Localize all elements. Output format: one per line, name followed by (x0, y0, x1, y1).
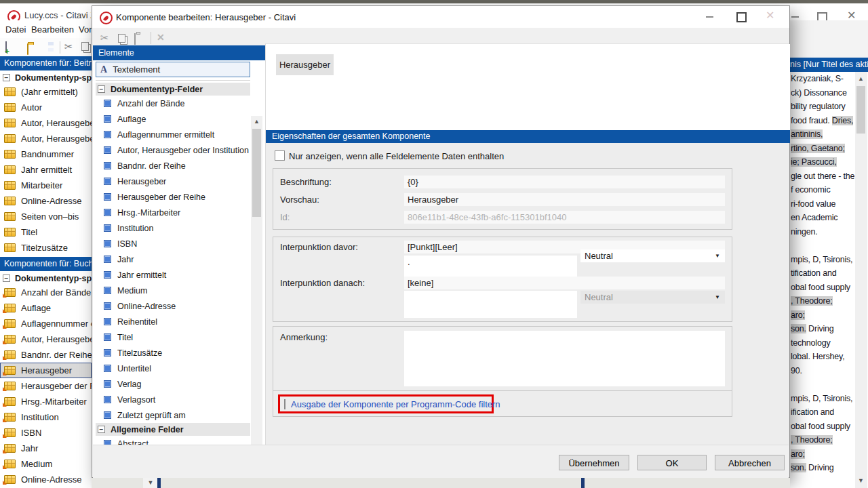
element-item[interactable]: Autor, Herausgeber oder Institution (96, 142, 250, 158)
scroll-thumb[interactable] (856, 86, 865, 134)
cut-icon[interactable]: ✂ (100, 33, 109, 43)
dialog-titlebar[interactable]: Komponente bearbeiten: Herausgeber - Cit… (92, 6, 789, 28)
element-item[interactable]: Herausgeber (96, 174, 250, 189)
sidebar-item[interactable]: Auflagennummer erm (0, 316, 92, 331)
element-item[interactable]: Jahr ermittelt (96, 267, 250, 283)
punct-after-field[interactable]: [keine] (404, 277, 725, 289)
open-folder-icon[interactable] (27, 43, 28, 55)
sidebar-item[interactable]: Bandnr. der Reihe (0, 347, 92, 363)
ok-button[interactable]: OK (637, 455, 707, 470)
element-item[interactable]: Jahr (96, 251, 250, 267)
sidebar-item[interactable]: Online-Adresse (0, 193, 92, 209)
sidebar-item[interactable]: Seiten von–bis (0, 209, 92, 224)
element-item[interactable]: Titel (96, 329, 250, 345)
copy-icon[interactable] (81, 42, 89, 51)
element-item[interactable]: Online-Adresse (96, 298, 250, 314)
sidebar-item[interactable]: Hrsg.-Mitarbeiter (0, 394, 92, 409)
show-only-checkbox[interactable] (275, 150, 285, 161)
anmerkung-textarea[interactable] (404, 331, 725, 386)
sidebar-item-label: Autor (21, 102, 42, 113)
element-item[interactable]: Institution (96, 220, 250, 236)
new-document-icon[interactable] (5, 41, 7, 53)
element-item[interactable]: Titelzusätze (96, 345, 250, 361)
punct-before-textarea[interactable]: . (404, 256, 577, 277)
element-group-header[interactable]: −Dokumententyp-Felder (96, 83, 250, 96)
sidebar-item[interactable]: Autor, Herausgeber o (0, 331, 92, 347)
delete-icon[interactable]: ✕ (157, 32, 165, 43)
scrollbar[interactable]: ▲ ▼ (855, 72, 867, 488)
component-chip[interactable]: Herausgeber (276, 54, 334, 75)
scroll-up-icon[interactable]: ▲ (855, 73, 867, 85)
paste-icon[interactable] (134, 33, 136, 45)
collapse-icon[interactable]: − (98, 85, 105, 93)
element-group-header[interactable]: −Allgemeine Felder (96, 423, 250, 436)
sidebar-item[interactable]: Titel (0, 224, 92, 240)
copy-icon[interactable] (118, 34, 125, 43)
punct-before-dropdown[interactable]: Neutral ▼ (580, 249, 725, 262)
element-item[interactable]: Hrsg.-Mitarbeiter (96, 205, 250, 220)
sidebar-group-row[interactable]: − Dokumententyp-sp (0, 71, 92, 84)
scroll-down-icon[interactable]: ▼ (143, 478, 158, 488)
collapse-icon[interactable]: − (3, 274, 10, 282)
element-item[interactable]: Auflagennummer ermittelt (96, 127, 250, 142)
sidebar-item-label: (Jahr ermittelt) (21, 87, 78, 97)
maximize-icon[interactable] (736, 12, 747, 22)
cut-icon[interactable]: ✂ (64, 41, 73, 52)
field-icon (104, 115, 111, 123)
close-icon[interactable]: ✕ (766, 10, 774, 21)
scroll-up-icon[interactable]: ▲ (251, 116, 262, 127)
punct-after-textarea[interactable] (404, 291, 577, 318)
sidebar-item[interactable]: Mitarbeiter (0, 178, 92, 193)
sidebar-item[interactable]: Anzahl der Bände (0, 285, 92, 300)
element-item[interactable]: Verlagsort (96, 392, 250, 407)
menu-datei[interactable]: Datei (5, 24, 26, 35)
sidebar-item-label: Online-Adresse (21, 196, 82, 206)
minimize-icon[interactable] (791, 16, 799, 18)
element-item[interactable]: Abstract (96, 436, 250, 445)
minimize-icon[interactable] (706, 16, 713, 18)
sidebar-item[interactable]: Jahr ermittelt (0, 162, 92, 178)
sidebar-item[interactable]: Institution (0, 409, 92, 425)
scrollbar[interactable]: ▲ ▼ (251, 116, 262, 488)
element-item[interactable]: Reihentitel (96, 314, 250, 329)
sidebar-item-selected[interactable]: Herausgeber (0, 363, 92, 378)
close-icon[interactable]: ✕ (847, 10, 856, 21)
sidebar-item[interactable]: (Jahr ermittelt) (0, 84, 92, 100)
sidebar-group-label: Dokumententyp-sp (15, 274, 92, 283)
cancel-button[interactable]: Abbrechen (715, 455, 785, 470)
scroll-down-icon[interactable]: ▼ (855, 475, 867, 487)
sidebar-item[interactable]: Auflage (0, 300, 92, 316)
sidebar-group-label: Dokumententyp-sp (15, 73, 92, 83)
element-item[interactable]: Zuletzt geprüft am (96, 407, 250, 423)
element-item[interactable]: Untertitel (96, 361, 250, 376)
beschriftung-field[interactable]: {0} (404, 176, 725, 188)
apply-button[interactable]: Übernehmen (559, 455, 629, 470)
sidebar-item[interactable]: Autor (0, 100, 92, 115)
element-item[interactable]: ISBN (96, 236, 250, 251)
chevron-down-icon: ▼ (715, 249, 720, 262)
menu-bearbeiten[interactable]: Bearbeiten (31, 24, 74, 35)
filter-checkbox[interactable] (284, 399, 285, 409)
reference-text: Krzyzaniak, S-ck) Dissonancebility regul… (791, 72, 854, 475)
sidebar-item[interactable]: Bandnummer (0, 146, 92, 162)
sidebar-item[interactable]: Medium (0, 456, 92, 472)
element-item[interactable]: Medium (96, 283, 250, 298)
element-item[interactable]: Auflage (96, 111, 250, 127)
scroll-thumb[interactable] (252, 129, 261, 217)
sidebar-item[interactable]: Online-Adresse (0, 472, 92, 487)
sidebar-item[interactable]: ISBN (0, 425, 92, 441)
element-item[interactable]: Verlag (96, 376, 250, 392)
collapse-icon[interactable]: − (3, 74, 10, 81)
element-item[interactable]: Anzahl der Bände (96, 96, 250, 111)
collapse-icon[interactable]: − (98, 426, 105, 433)
sidebar-item[interactable]: Jahr (0, 441, 92, 456)
sidebar-item[interactable]: Herausgeber der Reih (0, 378, 92, 394)
sidebar-item[interactable]: Autor, Herausgeber o (0, 131, 92, 146)
sidebar-item[interactable]: Autor, Herausgeber o (0, 115, 92, 131)
sidebar-item[interactable]: Titelzusätze (0, 240, 92, 256)
element-item[interactable]: Bandnr. der Reihe (96, 158, 250, 174)
element-item[interactable]: Herausgeber der Reihe (96, 189, 250, 205)
text-element-item[interactable]: A Textelement (96, 62, 250, 77)
punct-after-dropdown[interactable]: Neutral ▼ (580, 291, 725, 304)
sidebar-group-row[interactable]: − Dokumententyp-sp (0, 272, 92, 285)
